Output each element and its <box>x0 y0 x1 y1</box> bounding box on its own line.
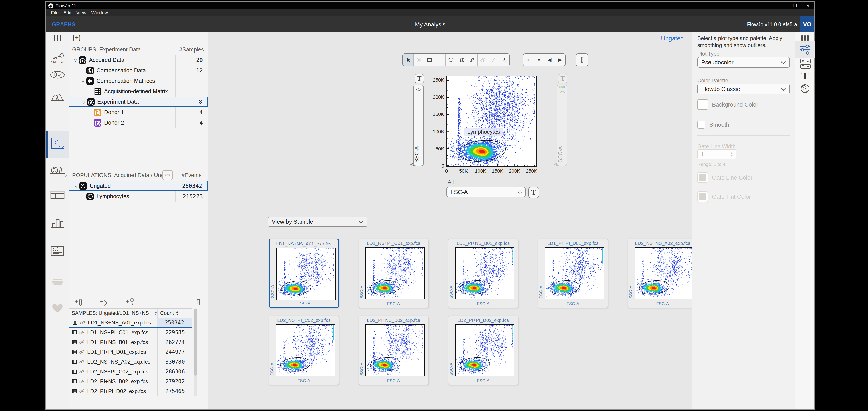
meta-keywords-icon[interactable]: $META <box>46 53 68 64</box>
nav-up-button[interactable]: ▲ <box>524 54 534 66</box>
y-axis-selector[interactable]: <> SSC-A <box>413 85 424 166</box>
sample-thumbnail-card[interactable]: LD2_PI+NS_B02_exp.fcs SSC-A FSC-A <box>359 316 428 385</box>
add-statistic-icon[interactable]: +∑ <box>99 298 108 306</box>
sample-row[interactable]: LD1_NS+NS_A01_exp.fcs250342 <box>68 318 192 327</box>
contour-gate-icon[interactable] <box>477 54 488 66</box>
x-axis-text-button[interactable]: T <box>528 187 539 198</box>
quadrant-gate-icon[interactable] <box>413 54 424 66</box>
plot-type-dropdown[interactable]: Pseudocolor <box>697 57 790 68</box>
samples-scrollbar-thumb[interactable] <box>194 309 197 376</box>
sample-row[interactable]: LD2_NS+PI_C02_exp.fcs286306 <box>68 367 192 377</box>
cross-gate-icon[interactable] <box>435 54 445 66</box>
sample-tube-button[interactable] <box>576 54 588 66</box>
thumbnail-plot[interactable] <box>545 247 604 299</box>
population-row[interactable]: Lymphocytes215223 <box>68 191 208 201</box>
bar-chart-icon[interactable] <box>46 218 68 228</box>
y-axis-scope[interactable]: All <box>409 160 415 166</box>
pseudocolor-plot-canvas[interactable] <box>447 76 535 165</box>
tree-expand-arrow[interactable]: ▽ <box>80 78 86 84</box>
samples-header[interactable]: SAMPLES: Ungated/LD1_NS+NS_A01... ▲▼ Cou… <box>68 308 192 318</box>
thumbnail-plot[interactable] <box>366 324 425 376</box>
axis-xy-options-icon[interactable]: XY <box>796 59 814 69</box>
group-row[interactable]: ▽{}Experiment Data8 <box>68 97 208 107</box>
sample-thumbnail-card[interactable]: LD1_PI+NS_B01_exp.fcs SSC-A FSC-A <box>448 239 518 308</box>
sample-thumbnail-card[interactable]: LD1_PI+PI_D01_exp.fcs SSC-A FSC-A <box>538 239 608 308</box>
tree-expand-arrow[interactable]: ▽ <box>72 57 79 63</box>
nav-down-button[interactable]: ▼ <box>534 54 545 66</box>
sample-row[interactable]: LD2_NS+NS_A02_exp.fcs330780 <box>68 357 192 367</box>
color-palette-dropdown[interactable]: FlowJo Classic <box>697 84 790 94</box>
y-axis-text-button[interactable]: T <box>415 74 424 83</box>
pencil-gate-icon[interactable] <box>467 54 477 66</box>
rail-expand-chevron[interactable]: › <box>65 173 67 179</box>
thumbnail-plot[interactable] <box>455 247 514 299</box>
user-badge[interactable]: VO <box>800 16 814 32</box>
minimize-button[interactable]: — <box>776 2 788 9</box>
sample-row[interactable]: LD1_NS+PI_C01_exp.fcs229585 <box>68 327 192 337</box>
group-row[interactable]: ▽{}Acquired Data20 <box>68 55 208 65</box>
view-mode-dropdown[interactable]: View by Sample <box>268 217 368 227</box>
menu-file[interactable]: File <box>51 10 59 15</box>
plot-frame[interactable]: Lymphocytes <box>446 76 536 167</box>
background-color-checkbox[interactable]: Background Color <box>697 99 758 110</box>
qc-check-icon[interactable] <box>46 70 68 79</box>
spider-gate-icon[interactable] <box>499 54 509 66</box>
add-keyword-icon[interactable]: + <box>126 298 134 306</box>
population-row[interactable]: ▽Ungated250342 <box>68 181 208 191</box>
sample-row[interactable]: LD2_PI+NS_B02_exp.fcs279202 <box>68 377 192 386</box>
eye-visibility-icon[interactable] <box>162 170 173 180</box>
menu-window[interactable]: Window <box>91 10 108 15</box>
report-layout-icon[interactable] <box>46 246 68 256</box>
text-options-icon[interactable]: T <box>796 71 814 82</box>
samples-sort-icons[interactable]: ▲▼ <box>154 311 157 316</box>
sample-thumbnail-card[interactable]: LD1_NS+PI_C01_exp.fcs SSC-A FSC-A <box>359 239 428 308</box>
menu-edit[interactable]: Edit <box>63 10 71 15</box>
thumbnail-plot[interactable] <box>634 247 694 299</box>
sample-thumbnail-card[interactable]: LD2_NS+NS_A02_exp.fcs SSC-A FSC-A <box>628 239 698 308</box>
ellipse-gate-icon[interactable] <box>445 54 456 66</box>
panel-toggle-right-icon[interactable] <box>796 35 814 41</box>
plot-definition-tab-active[interactable] <box>796 41 814 58</box>
curve-gate-icon[interactable] <box>488 54 499 66</box>
count-column-header[interactable]: Count▲▼ <box>157 309 192 318</box>
graphs-tab-active[interactable] <box>46 131 68 158</box>
tree-expand-arrow[interactable]: ▽ <box>73 183 80 188</box>
x-axis-scope[interactable]: All <box>448 179 454 185</box>
group-row[interactable]: Acquisition-defined Matrix <box>68 86 208 97</box>
main-plot[interactable]: Lymphocytes 050K100K150K200K250K 050K100… <box>431 76 538 181</box>
close-button[interactable]: ✕ <box>802 2 814 9</box>
panel-toggle-left-icon[interactable] <box>46 35 68 41</box>
menu-view[interactable]: View <box>76 10 86 15</box>
add-sample-icon[interactable]: + <box>75 298 83 306</box>
current-population-label[interactable]: Ungated <box>661 35 684 42</box>
add-group-button[interactable]: {+} <box>71 33 83 42</box>
sample-row[interactable]: LD2_PI+PI_D02_exp.fcs275465 <box>68 386 192 396</box>
thumbnail-plot[interactable] <box>366 247 425 299</box>
pointer-tool-icon[interactable] <box>403 54 413 66</box>
rectangle-gate-icon[interactable] <box>424 54 435 66</box>
tree-expand-arrow[interactable]: ▽ <box>80 99 87 104</box>
group-row[interactable]: {}Compensation Data12 <box>68 65 208 76</box>
histogram-overlay-icon[interactable] <box>46 92 68 101</box>
thumbnail-plot[interactable] <box>276 248 336 300</box>
group-row[interactable]: {}Donor 14 <box>68 107 208 118</box>
group-row[interactable]: {}Donor 24 <box>68 118 208 128</box>
table-view-icon[interactable] <box>46 190 68 199</box>
group-row[interactable]: ▽Compensation Matrices <box>68 76 208 86</box>
sample-row[interactable]: LD1_PI+PI_D01_exp.fcs244977 <box>68 347 192 357</box>
nav-left-button[interactable]: ◀ <box>545 54 555 66</box>
polygon-gate-icon[interactable] <box>456 54 467 66</box>
sample-thumbnail-card[interactable]: LD2_NS+PI_C02_exp.fcs SSC-A FSC-A <box>269 316 339 385</box>
maximize-button[interactable]: ❐ <box>788 2 802 9</box>
sample-row[interactable]: LD1_PI+NS_B01_exp.fcs262774 <box>68 337 192 347</box>
tube-icon-small[interactable] <box>197 298 200 306</box>
thumbnail-plot[interactable] <box>276 324 335 376</box>
gate-style-icon[interactable] <box>796 83 814 94</box>
x-axis-parameter-dropdown[interactable]: FSC-A◇ <box>446 187 526 197</box>
nav-right-button[interactable]: ▶ <box>555 54 565 66</box>
thumbnail-plot[interactable] <box>455 324 514 376</box>
smooth-checkbox[interactable]: Smooth <box>697 121 730 129</box>
gate-label[interactable]: Lymphocytes <box>464 128 503 136</box>
sample-thumbnail-card[interactable]: LD1_NS+NS_A01_exp.fcs SSC-A FSC-A <box>269 239 339 308</box>
sample-thumbnail-card[interactable]: LD2_PI+PI_D02_exp.fcs SSC-A FSC-A <box>448 316 518 385</box>
